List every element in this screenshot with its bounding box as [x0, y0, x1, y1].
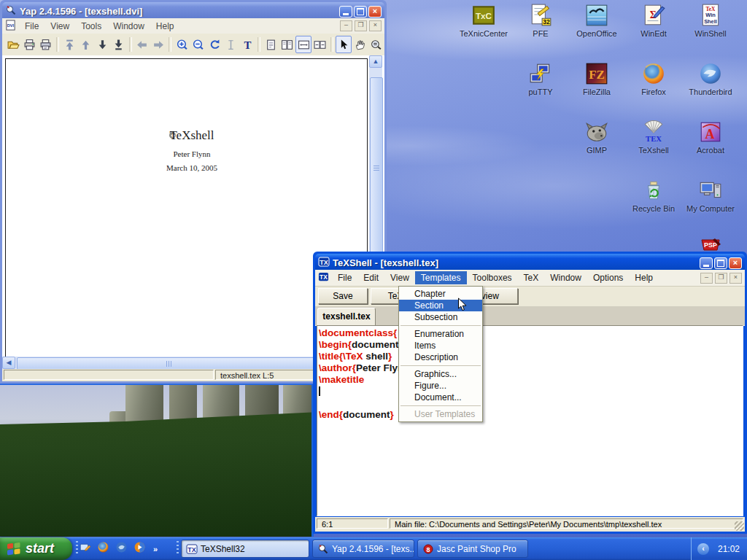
show-desktop-icon[interactable] — [79, 541, 91, 556]
svg-text:TEX: TEX — [646, 135, 662, 143]
forward-icon[interactable] — [150, 36, 166, 53]
yap-maximize-button[interactable] — [354, 6, 367, 18]
yap-menu-window[interactable]: Window — [107, 20, 150, 33]
desktop-icon-texniccenter[interactable]: TxCTeXnicCenter — [456, 3, 511, 38]
menu-item-items[interactable]: Items — [399, 340, 482, 351]
desktop-icon-gimp[interactable]: GIMP — [569, 120, 624, 155]
texshell-minimize-button[interactable] — [700, 257, 713, 269]
media-player-icon[interactable] — [133, 541, 146, 556]
resize-grip[interactable] — [735, 521, 744, 531]
tray-collapse-icon[interactable]: ‹ — [697, 543, 709, 555]
desktop-icon-putty[interactable]: puTTY — [513, 61, 568, 96]
zoom-out-icon[interactable] — [190, 36, 206, 53]
hand-icon[interactable] — [352, 36, 368, 53]
desktop-icon-filezilla[interactable]: FZFileZilla — [569, 61, 624, 96]
texshell-menu-tex[interactable]: TeX — [518, 271, 545, 284]
menu-item-figure[interactable]: Figure... — [399, 380, 482, 392]
yap-menu-help[interactable]: Help — [150, 20, 180, 33]
mdi-close-icon[interactable]: × — [369, 20, 382, 31]
desktop-icon-label: PFE — [513, 29, 568, 38]
two-page-icon[interactable] — [279, 36, 295, 53]
tab-texshell-tex[interactable]: texshell.tex — [317, 308, 376, 327]
menu-item-description[interactable]: Description — [399, 351, 482, 363]
menu-item-section[interactable]: Section — [399, 300, 482, 311]
texshell-menu-view[interactable]: View — [384, 271, 415, 284]
mdi-close-icon[interactable]: × — [729, 273, 742, 284]
select-arrow-icon[interactable] — [336, 36, 352, 53]
texshell-menu-toolboxes[interactable]: Toolboxes — [467, 271, 518, 284]
open-icon[interactable] — [5, 36, 21, 53]
toolbar-separator — [56, 37, 59, 52]
mdi-restore-icon[interactable]: ❐ — [355, 20, 367, 31]
yap-close-button[interactable]: × — [368, 6, 382, 18]
texshell-editor[interactable]: \documentclass{\begin{document}\title{\T… — [317, 325, 743, 516]
last-page-icon[interactable] — [110, 36, 126, 53]
next-page-icon[interactable] — [94, 36, 110, 53]
page-left-edge — [5, 58, 6, 357]
quicklaunch-overflow-icon[interactable]: » — [153, 545, 158, 553]
zoom-in-icon[interactable] — [174, 36, 190, 53]
texshell-menu-edit[interactable]: Edit — [357, 271, 384, 284]
refresh-icon[interactable] — [206, 36, 222, 53]
taskbar-button-jasc-paint-shop-pro[interactable]: 8Jasc Paint Shop Pro — [417, 540, 528, 558]
desktop-icon-pfe[interactable]: 32PFE — [513, 3, 568, 38]
texshell-menu-templates[interactable]: Templates — [415, 271, 467, 284]
dvi-doc-date: March 10, 2005 — [112, 163, 272, 172]
text-caret-icon[interactable] — [223, 36, 239, 53]
prev-page-icon[interactable] — [78, 36, 94, 53]
scroll-up-icon[interactable]: ▲ — [369, 55, 382, 68]
taskbar-button-yap-2-4-1596-texs[interactable]: Yap 2.4.1596 - [texs... — [312, 540, 414, 558]
menu-item-graphics[interactable]: Graphics... — [399, 368, 482, 380]
texshell-restore-button[interactable] — [714, 257, 727, 269]
yap-hscroll-thumb[interactable] — [17, 357, 316, 370]
psp-desktop-icon[interactable]: PSP — [700, 237, 722, 252]
menu-item-subsection[interactable]: Subsection — [399, 311, 482, 323]
yap-menu-file[interactable]: File — [19, 20, 44, 33]
text-mode-icon[interactable]: T — [239, 36, 255, 53]
desktop-icon-acrobat[interactable]: AAcrobat — [683, 120, 738, 155]
fit-width-icon[interactable] — [295, 36, 311, 53]
magnifier-icon[interactable] — [368, 36, 384, 53]
first-page-icon[interactable] — [61, 36, 77, 53]
mdi-minimize-icon[interactable]: – — [700, 273, 713, 284]
desktop-icon-recyclebin[interactable]: Recycle Bin — [626, 178, 681, 213]
desktop-icon-thunderbird[interactable]: Thunderbird — [683, 61, 738, 96]
menu-item-chapter[interactable]: Chapter — [399, 288, 482, 300]
two-page-width-icon[interactable] — [311, 36, 328, 53]
firefox-icon[interactable] — [97, 541, 109, 556]
texshell-close-button[interactable]: × — [729, 257, 742, 269]
yap-vscroll-thumb[interactable] — [370, 77, 383, 254]
menu-item-enumeration[interactable]: Enumeration — [399, 328, 482, 340]
back-icon[interactable] — [134, 36, 150, 53]
one-page-icon[interactable] — [263, 36, 279, 53]
svg-text:Shell: Shell — [704, 18, 717, 25]
yap-menu-view[interactable]: View — [44, 20, 75, 33]
mdi-minimize-icon[interactable]: – — [340, 20, 352, 31]
yap-minimize-button[interactable] — [339, 6, 352, 18]
desktop-icon-winshell[interactable]: TeXWinShellWinShell — [683, 3, 738, 38]
taskbar-button-texshell32[interactable]: TXTeXShell32 — [181, 540, 309, 558]
texshell-menu-window[interactable]: Window — [544, 271, 587, 284]
print-icon[interactable] — [21, 36, 37, 53]
texshell-menu-help[interactable]: Help — [629, 271, 659, 284]
desktop-icon-mycomputer[interactable]: My Computer — [683, 178, 738, 213]
texshell-menu-options[interactable]: Options — [587, 271, 629, 284]
desktop-icon-firefox[interactable]: Firefox — [626, 61, 681, 96]
taskbar: start » TXTeXShell32Yap 2.4.1596 - [texs… — [0, 537, 747, 560]
quick-launch-bar: » — [79, 537, 158, 560]
desktop-icon-openoffice[interactable]: OpenOffice — [569, 3, 624, 38]
svg-text:PSP: PSP — [704, 241, 717, 249]
scroll-left-icon[interactable]: ◀ — [2, 357, 15, 369]
print-setup-icon[interactable] — [38, 36, 54, 53]
thunderbird-icon[interactable] — [115, 541, 128, 556]
svg-text:32: 32 — [543, 18, 550, 26]
menu-item-document[interactable]: Document... — [399, 392, 482, 403]
mdi-restore-icon[interactable]: ❐ — [715, 273, 727, 284]
desktop-icon-texshell[interactable]: TEXTeXshell — [626, 120, 681, 155]
yap-menu-tools[interactable]: Tools — [75, 20, 107, 33]
start-button[interactable]: start — [0, 537, 72, 560]
desktop-icon-winedt[interactable]: ΣWinEdt — [626, 3, 681, 38]
texshell-menu-file[interactable]: File — [332, 271, 357, 284]
save-button[interactable]: Save — [318, 288, 368, 304]
editor-line: \title{\TeX shell} — [319, 351, 743, 362]
